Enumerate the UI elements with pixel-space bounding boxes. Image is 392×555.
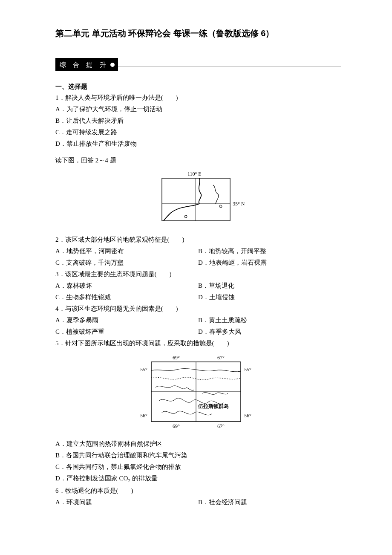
figure-1: 110° E 35° N [55,171,341,230]
fig1-lat: 35° N [233,201,245,207]
q6-stem: 6．牧场退化的本质是( ) [55,485,341,497]
q4-d: D．春季多大风 [198,326,341,338]
banner-line [118,66,341,67]
section-heading: 一、选择题 [55,81,341,92]
fig2-lat1-r: 55° [244,367,251,373]
passage-1: 读下图，回答 2～4 题 [55,155,341,166]
q4-options-2: C．植被破坏严重 D．春季多大风 [55,326,341,338]
figure-2: 69° 67° 69° 67° 55° 55° 56° 56° 伍拉斯顿群岛 [55,353,341,434]
section-banner: 综 合 提 升 [55,58,118,71]
q1-d: D．禁止排放生产和生活废物 [55,138,341,150]
q5-a: A．建立大范围的热带雨林自然保护区 [55,438,341,450]
q6-b: B．社会经济问题 [198,497,341,508]
q2-options-2: C．支离破碎，千沟万壑 D．地表崎岖，岩石裸露 [55,257,341,269]
q4-stem: 4．与该区生态环境问题无关的因素是( ) [55,303,341,315]
svg-rect-0 [162,178,230,221]
q4-options: A．夏季多暴雨 B．黄土土质疏松 [55,315,341,326]
q2-b: B．地势较高，开阔平整 [198,246,341,257]
svg-point-3 [219,205,222,208]
q4-c: C．植被破坏严重 [55,326,198,338]
q3-c: C．生物多样性锐减 [55,292,198,303]
q3-options: A．森林破坏 B．草场退化 [55,280,341,292]
q5-d-post: 的排放量 [130,475,158,482]
q3-options-2: C．生物多样性锐减 D．土壤侵蚀 [55,292,341,303]
q5-stem: 5．针对下图所示地区出现的环境问题，应采取的措施是( ) [55,338,341,349]
svg-point-4 [184,215,187,218]
q4-b: B．黄土土质疏松 [198,315,341,326]
fig2-lat1-l: 55° [140,367,147,373]
q1-stem: 1．解决人类与环境矛盾的唯一办法是( ) [55,92,341,104]
fig2-lon2-bot: 67° [217,423,225,429]
dot-icon [110,63,115,67]
fig2-lon2-top: 67° [217,355,225,361]
q2-c: C．支离破碎，千沟万壑 [55,257,198,269]
q2-options: A．地势低平，河网密布 B．地势较高，开阔平整 [55,246,341,257]
q5-b: B．各国共同行动联合治理酸雨和汽车尾气污染 [55,450,341,461]
q1-b: B．让后代人去解决矛盾 [55,115,341,127]
q5-d: D．严格控制发达国家 CO2 的排放量 [55,473,341,485]
q5-c: C．各国共同行动，禁止氟氯烃化合物的排放 [55,461,341,473]
q6-a: A．环境问题 [55,497,198,508]
fig2-lat2-r: 56° [244,413,251,419]
q1-a: A．为了保护大气环境，停止一切活动 [55,104,341,115]
q3-stem: 3．该区域最主要的生态环境问题是( ) [55,269,341,280]
q6-options: A．环境问题 B．社会经济问题 [55,497,341,508]
fig2-lat2-l: 56° [140,413,147,419]
q3-d: D．土壤侵蚀 [198,292,341,303]
q3-a: A．森林破坏 [55,280,198,292]
q2-a: A．地势低平，河网密布 [55,246,198,257]
q2-d: D．地表崎岖，岩石裸露 [198,257,341,269]
page-title: 第二单元 单元活动 环保辩论会 每课一练（鲁教版选修 6） [55,26,341,41]
fig2-lon1-top: 69° [173,355,180,361]
q1-c: C．走可持续发展之路 [55,127,341,138]
section-banner-row: 综 合 提 升 [55,58,341,75]
q4-a: A．夏季多暴雨 [55,315,198,326]
q3-b: B．草场退化 [198,280,341,292]
q5-d-pre: D．严格控制发达国家 CO [55,475,128,482]
fig1-lon: 110° E [187,171,202,177]
fig2-island-label: 伍拉斯顿群岛 [198,403,229,409]
q2-stem: 2．该区域大部分地区的地貌景观特征是( ) [55,234,341,246]
fig2-lon1-bot: 69° [173,423,180,429]
section-banner-text: 综 合 提 升 [60,59,109,70]
